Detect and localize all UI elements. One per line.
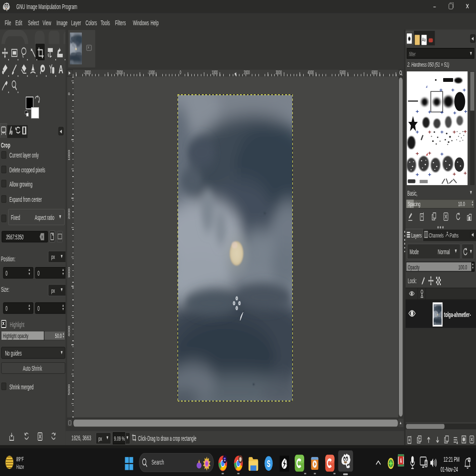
svg-text:S: S (267, 458, 270, 468)
svg-text:o: o (11, 130, 12, 136)
svg-text:x: x (41, 235, 43, 240)
